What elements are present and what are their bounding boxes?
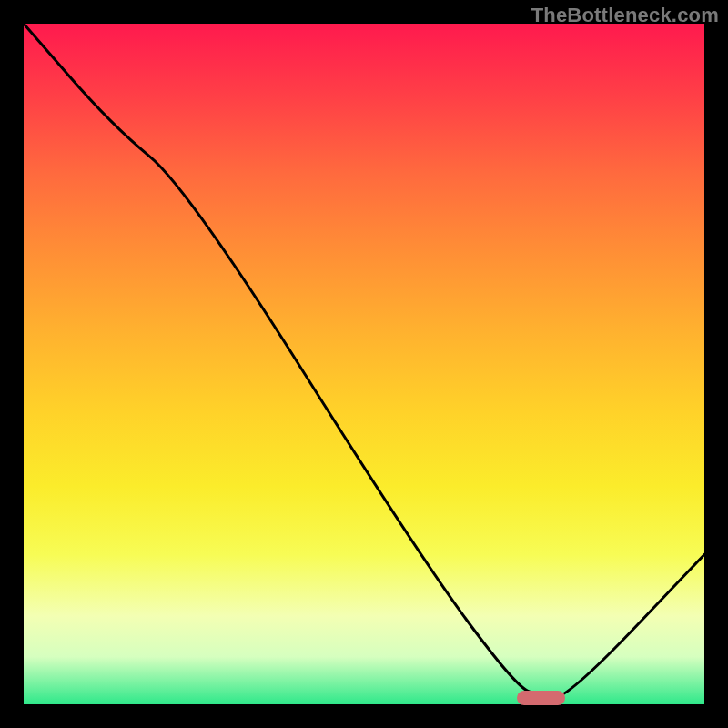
chart-frame: TheBottleneck.com <box>0 0 728 728</box>
bottleneck-curve-path <box>24 24 704 698</box>
plot-area <box>24 24 704 704</box>
bottleneck-curve <box>24 24 704 704</box>
optimal-marker <box>517 691 564 705</box>
